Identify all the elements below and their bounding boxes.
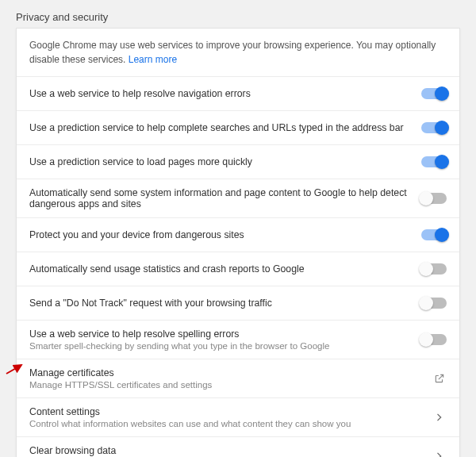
row-labels: Automatically send some system informati… [29, 187, 421, 209]
toggle-knob [435, 121, 449, 135]
row-label: Send a "Do Not Track" request with your … [29, 298, 412, 309]
toggle-switch[interactable] [421, 229, 447, 240]
settings-row[interactable]: Content settingsControl what information… [17, 398, 459, 437]
row-label: Use a prediction service to load pages m… [29, 156, 412, 167]
section-title: Privacy and security [0, 0, 476, 28]
toggle-switch[interactable] [421, 88, 447, 99]
settings-row: Use a prediction service to help complet… [17, 111, 459, 145]
row-labels: Use a prediction service to help complet… [29, 122, 421, 133]
toggle-knob [419, 332, 433, 347]
toggle-switch[interactable] [421, 263, 447, 275]
settings-row[interactable]: Manage certificatesManage HTTPS/SSL cert… [17, 359, 459, 398]
toggle-switch[interactable] [421, 156, 447, 167]
row-label: Use a web service to help resolve spelli… [29, 328, 412, 340]
toggle-knob [435, 228, 449, 242]
row-labels: Protect you and your device from dangero… [29, 229, 421, 240]
settings-card: Google Chrome may use web services to im… [16, 28, 460, 457]
settings-row: Automatically send some system informati… [17, 179, 459, 218]
chevron-right-icon[interactable] [432, 449, 447, 457]
toggle-switch[interactable] [421, 193, 447, 204]
row-label: Automatically send usage statistics and … [29, 263, 412, 275]
toggle-switch[interactable] [421, 298, 447, 309]
intro-text: Google Chrome may use web services to im… [17, 29, 459, 77]
row-label: Content settings [29, 406, 423, 417]
row-label: Manage certificates [29, 367, 423, 378]
toggle-knob [419, 191, 433, 205]
row-label: Automatically send some system informati… [29, 187, 412, 209]
row-labels: Use a prediction service to load pages m… [29, 156, 421, 167]
row-labels: Clear browsing dataClear history, cookie… [29, 445, 432, 457]
settings-row: Use a web service to help resolve naviga… [17, 77, 459, 111]
chevron-right-icon[interactable] [432, 410, 447, 424]
row-label: Use a web service to help resolve naviga… [29, 88, 412, 99]
row-sublabel: Smarter spell-checking by sending what y… [29, 341, 412, 351]
row-sublabel: Manage HTTPS/SSL certificates and settin… [29, 380, 423, 390]
settings-row: Use a prediction service to load pages m… [17, 145, 459, 179]
row-label: Use a prediction service to help complet… [29, 122, 412, 133]
row-sublabel: Control what information websites can us… [29, 419, 423, 428]
row-label: Clear browsing data [29, 445, 423, 456]
row-labels: Automatically send usage statistics and … [29, 263, 421, 275]
learn-more-link[interactable]: Learn more [129, 54, 177, 65]
toggle-knob [435, 86, 449, 101]
toggle-knob [419, 296, 433, 310]
row-labels: Use a web service to help resolve spelli… [29, 328, 421, 351]
row-label: Protect you and your device from dangero… [29, 229, 412, 240]
settings-row: Protect you and your device from dangero… [17, 218, 459, 252]
toggle-knob [435, 155, 449, 169]
toggle-switch[interactable] [421, 334, 447, 345]
settings-row: Automatically send usage statistics and … [17, 252, 459, 286]
row-labels: Send a "Do Not Track" request with your … [29, 298, 421, 309]
row-labels: Manage certificatesManage HTTPS/SSL cert… [29, 367, 432, 390]
intro-body: Google Chrome may use web services to im… [29, 40, 436, 65]
settings-row[interactable]: Clear browsing dataClear history, cookie… [17, 437, 459, 457]
settings-row: Send a "Do Not Track" request with your … [17, 286, 459, 321]
external-link-icon[interactable] [432, 371, 447, 386]
row-labels: Content settingsControl what information… [29, 406, 432, 428]
row-labels: Use a web service to help resolve naviga… [29, 88, 421, 99]
settings-row: Use a web service to help resolve spelli… [17, 321, 459, 359]
toggle-switch[interactable] [421, 122, 447, 133]
toggle-knob [419, 262, 433, 276]
